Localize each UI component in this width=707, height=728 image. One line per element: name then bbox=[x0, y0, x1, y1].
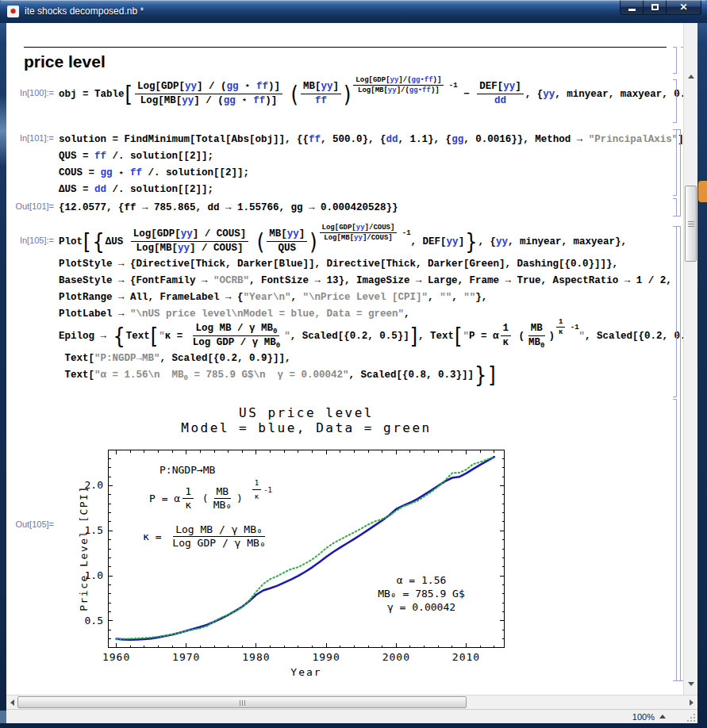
plot-svg bbox=[108, 450, 505, 648]
y-axis-label: Price Level [CPI] bbox=[78, 450, 90, 648]
plot-title-line1: US price level bbox=[108, 405, 505, 420]
x-tick-label: 2010 bbox=[452, 651, 480, 663]
cell-content-in100[interactable]: obj = Table[Log[GDP[yy] / (gg ⋆ ff)]Log[… bbox=[6, 80, 670, 108]
annotation-fit-parameters: α = 1.56MB₀ = 785.9 G$γ = 0.00042 bbox=[346, 573, 497, 614]
plot-frame bbox=[108, 450, 505, 648]
cell-label-out105: Out[105]= bbox=[10, 519, 54, 529]
scroll-left-icon bbox=[10, 699, 14, 706]
vertical-scrollbar[interactable] bbox=[683, 23, 697, 695]
scroll-right-icon bbox=[690, 699, 694, 706]
cell-content-in105[interactable]: Plot[{ΔUS Log[GDP[yy] / COUS]Log[MB[yy] … bbox=[6, 228, 670, 383]
zoom-level-label: 100% bbox=[632, 712, 655, 722]
minimize-button[interactable] bbox=[620, 0, 644, 15]
x-tick-label: 1970 bbox=[172, 651, 200, 663]
cell-content-out105[interactable]: US price levelModel = blue, Data = green… bbox=[6, 400, 670, 680]
cell-label-in101: In[101]:= bbox=[10, 133, 54, 143]
title-bar[interactable]: ✹ ite shocks decomposed.nb * ✕ bbox=[0, 0, 707, 23]
scroll-down-button[interactable] bbox=[685, 678, 697, 690]
scroll-left-button[interactable] bbox=[6, 696, 18, 708]
scroll-right-button[interactable] bbox=[686, 696, 697, 708]
section-title[interactable]: price level bbox=[24, 52, 670, 71]
desktop-bleed-left bbox=[0, 95, 6, 167]
maximize-button[interactable] bbox=[644, 0, 667, 15]
close-icon: ✕ bbox=[679, 2, 687, 12]
cell-content-in101[interactable]: solution = FindMinimum[Total[Abs[obj]], … bbox=[6, 131, 670, 197]
cell-section[interactable]: price level bbox=[6, 47, 670, 71]
cell-in100[interactable]: In[100]:=obj = Table[Log[GDP[yy] / (gg ⋆… bbox=[6, 80, 670, 108]
window-title: ite shocks decomposed.nb * bbox=[25, 6, 144, 17]
plot-title-line2: Model = blue, Data = green bbox=[108, 420, 505, 435]
close-button[interactable]: ✕ bbox=[667, 0, 701, 15]
cell-in101[interactable]: In[101]:=solution = FindMinimum[Total[Ab… bbox=[6, 131, 670, 197]
horizontal-scrollbar-thumb[interactable] bbox=[17, 696, 467, 708]
scroll-up-button[interactable] bbox=[685, 71, 697, 82]
notebook-canvas: price levelIn[100]:=obj = Table[Log[GDP[… bbox=[6, 23, 683, 695]
app-icon[interactable]: ✹ bbox=[7, 6, 19, 17]
resize-grip[interactable] bbox=[687, 714, 695, 722]
cell-out105[interactable]: Out[105]=US price levelModel = blue, Dat… bbox=[6, 400, 670, 680]
x-tick-label: 1990 bbox=[312, 651, 340, 663]
minimize-icon bbox=[628, 9, 636, 11]
desktop-bleed-orange bbox=[698, 181, 707, 202]
x-tick-label: 1980 bbox=[242, 651, 270, 663]
scroll-grip-icon bbox=[240, 700, 240, 706]
cell-content-out101[interactable]: {12.0577, {ff → 785.865, dd → 1.55766, g… bbox=[6, 199, 670, 216]
x-tick-label: 1960 bbox=[102, 651, 130, 663]
scroll-down-icon bbox=[688, 682, 694, 686]
plot-area: US price levelModel = blue, Data = green… bbox=[60, 400, 513, 680]
vertical-scrollbar-thumb[interactable] bbox=[685, 186, 697, 262]
window-controls: ✕ bbox=[620, 0, 701, 15]
cell-label-in100: In[100]:= bbox=[10, 88, 54, 98]
x-axis-label: Year bbox=[108, 666, 505, 678]
scroll-up-icon bbox=[688, 75, 694, 79]
cell-label-in105: In[105]:= bbox=[10, 236, 54, 245]
annotation-map-label: P:NGDP→MB bbox=[159, 464, 215, 476]
cell-out101[interactable]: Out[101]={12.0577, {ff → 785.865, dd → 1… bbox=[6, 199, 670, 216]
annotation-p-formula: P = α1κ (MBMB₀) 1κ-1 bbox=[149, 486, 272, 511]
cell-in105[interactable]: In[105]:=Plot[{ΔUS Log[GDP[yy] / COUS]Lo… bbox=[6, 228, 670, 383]
maximize-icon bbox=[651, 4, 659, 10]
cell-label-out101: Out[101]= bbox=[10, 201, 54, 211]
cell-bracket[interactable] bbox=[673, 79, 677, 123]
cell-bracket[interactable] bbox=[673, 47, 677, 74]
zoom-popup-icon bbox=[659, 715, 666, 718]
horizontal-scrollbar[interactable] bbox=[6, 695, 697, 709]
section-divider bbox=[24, 47, 667, 48]
zoom-control[interactable]: 100% bbox=[632, 711, 666, 722]
annotation-kappa-formula: κ = Log MB / γ MB₀Log GDP / γ MB₀ bbox=[143, 524, 271, 549]
x-tick-label: 2000 bbox=[382, 651, 410, 663]
status-bar: 100% bbox=[6, 709, 697, 723]
scroll-grip-icon bbox=[688, 221, 694, 222]
desktop: { "window": { "title": "ite shocks decom… bbox=[0, 0, 707, 728]
